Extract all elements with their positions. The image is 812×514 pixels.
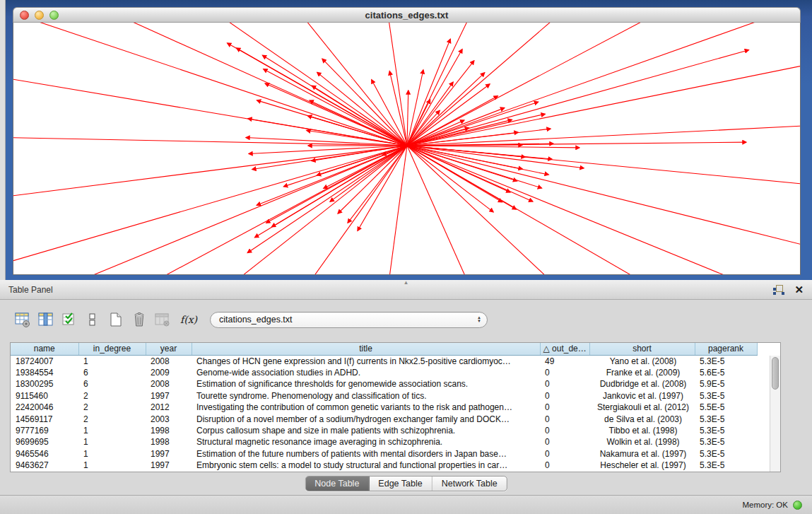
table-cell[interactable]: Nakamura et al. (1997): [589, 448, 695, 460]
column-header-short[interactable]: short: [589, 343, 695, 355]
table-cell[interactable]: Jankovic et al. (1997): [589, 390, 695, 402]
table-cell[interactable]: 9465546: [11, 448, 78, 460]
table-cell[interactable]: 5.3E-5: [695, 355, 757, 367]
table-cell[interactable]: Genome-wide association studies in ADHD.: [192, 367, 540, 378]
table-cell[interactable]: 1: [78, 448, 146, 460]
tab-edge-table[interactable]: Edge Table: [369, 477, 432, 491]
function-builder-icon[interactable]: f(x): [180, 314, 197, 325]
column-header-out_de[interactable]: △ out_de…: [540, 343, 589, 355]
table-cell[interactable]: 2003: [146, 414, 192, 425]
table-cell[interactable]: 5.3E-5: [695, 390, 757, 402]
table-cell[interactable]: 0: [540, 460, 589, 471]
table-cell[interactable]: 2009: [146, 367, 192, 378]
table-cell[interactable]: 2: [78, 414, 146, 425]
table-cell[interactable]: 2: [78, 390, 146, 402]
table-cell[interactable]: Investigating the contribution of common…: [192, 402, 540, 413]
column-header-pagerank[interactable]: pagerank: [695, 343, 757, 355]
table-select-dropdown[interactable]: citations_edges.txt ▲▼: [210, 312, 488, 328]
splitter-handle-icon[interactable]: ▴: [404, 279, 408, 286]
table-cell[interactable]: Wolkin et al. (1998): [589, 436, 695, 448]
table-cell[interactable]: Hescheler et al. (1997): [589, 460, 695, 471]
table-cell[interactable]: 5.9E-5: [695, 378, 757, 390]
row-height-icon[interactable]: [84, 311, 101, 328]
table-cell[interactable]: Yano et al. (2008): [589, 355, 695, 367]
table-cell[interactable]: 0: [540, 425, 589, 436]
table-cell[interactable]: 1998: [146, 425, 192, 436]
table-cell[interactable]: 9115460: [11, 390, 78, 402]
table-cell[interactable]: Corpus callosum shape and size in male p…: [192, 425, 540, 436]
table-cell[interactable]: 5.3E-5: [695, 425, 757, 436]
table-cell[interactable]: 0: [540, 402, 589, 413]
table-cell[interactable]: Estimation of the future numbers of pati…: [192, 448, 540, 460]
new-table-icon[interactable]: [107, 311, 124, 328]
table-panel-header[interactable]: ▴ Table Panel ✕: [0, 280, 812, 300]
table-cell[interactable]: 0: [540, 390, 589, 402]
table-cell[interactable]: 2012: [146, 402, 192, 413]
table-cell[interactable]: 5.3E-5: [695, 460, 757, 471]
tab-network-table[interactable]: Network Table: [433, 477, 507, 491]
table-cell[interactable]: Changes of HCN gene expression and I(f) …: [192, 355, 540, 367]
close-icon[interactable]: ✕: [794, 285, 804, 295]
table-cell[interactable]: 5.3E-5: [695, 436, 757, 448]
show-columns-icon[interactable]: [37, 311, 54, 328]
table-row[interactable]: 946554611997Estimation of the future num…: [11, 448, 771, 460]
table-cell[interactable]: 0: [540, 436, 589, 448]
column-header-title[interactable]: title: [192, 343, 540, 355]
table-cell[interactable]: 0: [540, 367, 589, 378]
table-cell[interactable]: 1: [78, 436, 146, 448]
float-window-icon[interactable]: [773, 285, 784, 295]
table-cell[interactable]: Stergiakouli et al. (2012): [589, 402, 695, 413]
column-header-in_degree[interactable]: in_degree: [78, 343, 146, 355]
table-cell[interactable]: Embryonic stem cells: a model to study s…: [192, 460, 540, 471]
table-cell[interactable]: Structural magnetic resonance image aver…: [192, 436, 540, 448]
column-header-name[interactable]: name: [11, 343, 78, 355]
table-cell[interactable]: 9777169: [11, 425, 78, 436]
select-rows-icon[interactable]: [61, 311, 78, 328]
table-row[interactable]: 969969511998Structural magnetic resonanc…: [11, 436, 771, 448]
table-cell[interactable]: 6: [78, 367, 146, 378]
tab-node-table[interactable]: Node Table: [305, 477, 369, 491]
table-cell[interactable]: Tibbo et al. (1998): [589, 425, 695, 436]
table-cell[interactable]: 9463627: [11, 460, 78, 471]
table-cell[interactable]: 5.6E-5: [695, 367, 757, 378]
table-cell[interactable]: 19384554: [11, 367, 78, 378]
table-settings-icon[interactable]: [14, 311, 31, 328]
table-cell[interactable]: 1997: [146, 448, 192, 460]
table-cell[interactable]: 49: [540, 355, 589, 367]
table-cell[interactable]: Tourette syndrome. Phenomenology and cla…: [192, 390, 540, 402]
memory-indicator-icon[interactable]: [793, 501, 802, 510]
table-cell[interactable]: 14569117: [11, 414, 78, 425]
table-cell[interactable]: 1: [78, 460, 146, 471]
table-row[interactable]: 1456911722003Disruption of a novel membe…: [11, 414, 771, 425]
table-cell[interactable]: 5.5E-5: [695, 402, 757, 413]
table-row[interactable]: 1872400712008Changes of HCN gene express…: [11, 355, 771, 367]
network-canvas[interactable]: [13, 23, 801, 275]
table-cell[interactable]: 5.3E-5: [695, 448, 757, 460]
table-cell[interactable]: Estimation of significance thresholds fo…: [192, 378, 540, 390]
minimize-button[interactable]: [35, 11, 44, 20]
table-row[interactable]: 1938455462009Genome-wide association stu…: [11, 367, 771, 378]
network-window-titlebar[interactable]: citations_edges.txt: [13, 7, 801, 23]
table-cell[interactable]: 2008: [146, 355, 192, 367]
table-cell[interactable]: 0: [540, 378, 589, 390]
table-cell[interactable]: 1997: [146, 460, 192, 471]
close-button[interactable]: [20, 11, 29, 20]
table-cell[interactable]: 5.3E-5: [695, 414, 757, 425]
table-row[interactable]: 2242004622012Investigating the contribut…: [11, 402, 771, 413]
table-cell[interactable]: 6: [78, 378, 146, 390]
table-cell[interactable]: 2008: [146, 378, 192, 390]
table-row[interactable]: 911546021997Tourette syndrome. Phenomeno…: [11, 390, 771, 402]
table-scrollbar[interactable]: [770, 356, 780, 472]
zoom-button[interactable]: [49, 11, 59, 20]
table-row[interactable]: 946362711997Embryonic stem cells: a mode…: [11, 460, 771, 471]
table-cell[interactable]: 9699695: [11, 436, 78, 448]
network-window[interactable]: citations_edges.txt: [13, 7, 801, 275]
table-row[interactable]: 1830029562008Estimation of significance …: [11, 378, 771, 390]
table-cell[interactable]: Disruption of a novel member of a sodium…: [192, 414, 540, 425]
delete-table-icon[interactable]: [131, 311, 148, 328]
table-cell[interactable]: 1: [78, 425, 146, 436]
table-row[interactable]: 977716911998Corpus callosum shape and si…: [11, 425, 771, 436]
table-cell[interactable]: 22420046: [11, 402, 78, 413]
table-cell[interactable]: 2: [78, 402, 146, 413]
table-cell[interactable]: 0: [540, 448, 589, 460]
